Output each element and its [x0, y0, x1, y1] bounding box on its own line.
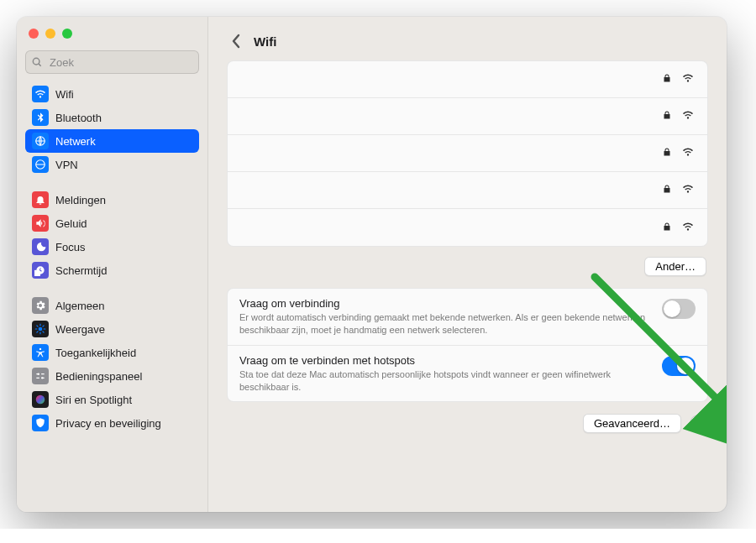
sidebar-item-algemeen[interactable]: Algemeen — [25, 294, 199, 317]
vpn-icon — [32, 156, 49, 173]
sidebar-item-vpn[interactable]: VPN — [25, 153, 199, 176]
lock-icon — [662, 221, 672, 235]
sidebar-item-toegankelijkheid[interactable]: Toegankelijkheid — [25, 341, 199, 364]
zoom-window-button[interactable] — [62, 29, 72, 39]
sidebar-item-label: Privacy en beveiliging — [55, 417, 161, 430]
algemeen-icon — [32, 297, 49, 314]
lock-icon — [662, 183, 672, 197]
wifi-icon — [32, 86, 49, 102]
schermtijd-icon — [32, 262, 49, 279]
lock-icon — [662, 109, 672, 123]
svg-point-6 — [38, 373, 39, 375]
sidebar-item-netwerk[interactable]: Netwerk — [25, 129, 199, 153]
sidebar-item-meldingen[interactable]: Meldingen — [25, 188, 199, 211]
svg-point-0 — [33, 58, 39, 65]
sidebar-item-label: Netwerk — [55, 135, 96, 148]
sidebar-item-label: Bedieningspaneel — [55, 370, 142, 383]
back-button[interactable] — [227, 32, 245, 50]
svg-point-7 — [41, 377, 43, 379]
sidebar-item-label: Siri en Spotlight — [55, 394, 132, 406]
svg-point-4 — [39, 327, 43, 332]
setting-ask-connect-title: Vraag om verbinding — [239, 297, 648, 310]
sidebar-item-label: Bluetooth — [55, 112, 102, 124]
settings-card: Vraag om verbinding Er wordt automatisch… — [227, 288, 708, 402]
sidebar-item-label: VPN — [55, 159, 78, 171]
sidebar-item-bedieningspaneel[interactable]: Bedieningspaneel — [25, 364, 199, 388]
other-network-button[interactable]: Ander… — [644, 257, 706, 276]
close-window-button[interactable] — [29, 29, 39, 39]
sidebar-item-wifi[interactable]: Wifi — [25, 82, 199, 106]
svg-line-1 — [39, 64, 41, 66]
sidebar-item-label: Geluid — [55, 217, 87, 230]
sidebar-item-privacy[interactable]: Privacy en beveiliging — [25, 411, 199, 435]
sidebar: WifiBluetoothNetwerkVPNMeldingenGeluidFo… — [17, 17, 208, 512]
wifi-network-row[interactable] — [228, 172, 707, 209]
toegankelijkheid-icon — [32, 344, 49, 361]
wifi-network-list — [227, 60, 708, 247]
wifi-network-row[interactable] — [228, 209, 707, 246]
setting-ask-hotspot: Vraag om te verbinden met hotspots Sta t… — [228, 346, 707, 402]
page-title: Wifi — [254, 34, 276, 49]
sidebar-item-label: Weergave — [55, 323, 105, 336]
titlebar: Wifi — [227, 27, 708, 55]
window-controls — [25, 25, 199, 50]
wifi-network-row[interactable] — [228, 61, 707, 98]
sidebar-nav: WifiBluetoothNetwerkVPNMeldingenGeluidFo… — [25, 82, 199, 512]
help-button[interactable]: ? — [690, 415, 708, 433]
minimize-window-button[interactable] — [45, 29, 55, 39]
toggle-ask-connect[interactable] — [662, 299, 696, 319]
wifi-network-row[interactable] — [228, 135, 707, 172]
setting-ask-hotspot-desc: Sta toe dat deze Mac automatisch persoon… — [239, 368, 648, 394]
sidebar-item-label: Toegankelijkheid — [55, 347, 136, 359]
lock-icon — [662, 72, 672, 86]
svg-point-8 — [36, 395, 45, 405]
privacy-icon — [32, 415, 49, 431]
wifi-signal-icon — [680, 221, 696, 235]
netwerk-icon — [32, 133, 49, 149]
toggle-ask-hotspot[interactable] — [662, 356, 696, 376]
wifi-network-row[interactable] — [228, 98, 707, 135]
wifi-signal-icon — [680, 183, 696, 197]
search-input[interactable] — [25, 50, 199, 74]
bedieningspaneel-icon — [32, 368, 49, 384]
meldingen-icon — [32, 191, 49, 208]
wifi-signal-icon — [680, 109, 696, 123]
setting-ask-connect: Vraag om verbinding Er wordt automatisch… — [228, 289, 707, 346]
sidebar-item-label: Algemeen — [55, 300, 105, 312]
sidebar-item-geluid[interactable]: Geluid — [25, 211, 199, 235]
sidebar-item-label: Focus — [55, 241, 85, 253]
lock-icon — [662, 146, 672, 160]
main-pane: Wifi Ander… Vraag om verbinding Er wordt… — [208, 17, 727, 512]
wifi-signal-icon — [680, 146, 696, 160]
sidebar-item-label: Wifi — [55, 88, 74, 101]
sidebar-item-siri[interactable]: Siri en Spotlight — [25, 388, 199, 411]
search-icon — [31, 56, 43, 68]
setting-ask-hotspot-title: Vraag om te verbinden met hotspots — [239, 354, 648, 367]
siri-icon — [32, 391, 49, 408]
sidebar-item-label: Schermtijd — [55, 264, 107, 277]
sidebar-item-label: Meldingen — [55, 194, 106, 206]
search-field-wrap — [25, 50, 199, 74]
geluid-icon — [32, 215, 49, 232]
advanced-button[interactable]: Geavanceerd… — [583, 414, 681, 433]
bluetooth-icon — [32, 109, 49, 126]
sidebar-item-focus[interactable]: Focus — [25, 235, 199, 258]
weergave-icon — [32, 321, 49, 337]
footer-buttons: Geavanceerd… ? — [227, 402, 708, 433]
sidebar-item-bluetooth[interactable]: Bluetooth — [25, 106, 199, 129]
svg-point-5 — [39, 348, 41, 350]
setting-ask-connect-desc: Er wordt automatisch verbinding gemaakt … — [239, 311, 648, 337]
wifi-signal-icon — [680, 72, 696, 86]
sidebar-item-schermtijd[interactable]: Schermtijd — [25, 258, 199, 282]
sidebar-item-weergave[interactable]: Weergave — [25, 317, 199, 341]
focus-icon — [32, 238, 49, 255]
settings-window: WifiBluetoothNetwerkVPNMeldingenGeluidFo… — [17, 17, 727, 512]
